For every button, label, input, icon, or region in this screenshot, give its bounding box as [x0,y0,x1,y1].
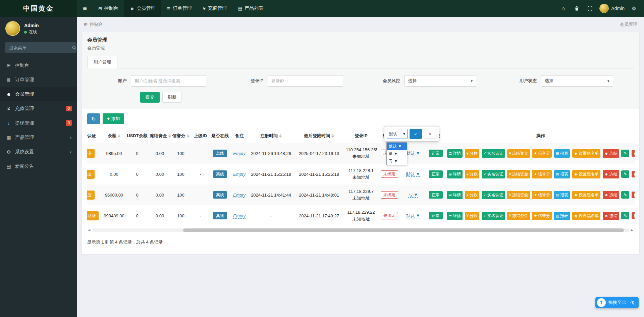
credit-score-button[interactable]: ★信誉分 [532,149,552,158]
win-lose-control-link[interactable]: 亏 ▼ [408,192,418,198]
nav-item-orders[interactable]: ≣订单管理 [161,0,198,17]
delete-button[interactable] [632,150,635,157]
scrollbar-thumb[interactable] [183,228,624,232]
sidebar-item-recharge[interactable]: ¥充值管理0 [0,101,77,116]
option-lose[interactable]: 亏 ▼ [387,157,407,165]
home-icon[interactable]: ⌂ [556,0,570,17]
sidebar-item-products[interactable]: ▦产品管理‹ [0,130,77,145]
sidebar-item-orders[interactable]: ≣订单管理 [0,72,77,87]
win-lose-control-link[interactable]: 默认 ▼ [406,213,420,218]
detail-button[interactable]: ≣详情 [447,170,463,178]
edit-button[interactable]: ✎ [621,150,629,157]
report-button[interactable]: ▤报表 [554,149,570,158]
detail-button[interactable]: ≣详情 [447,191,463,199]
option-win[interactable]: 赢 ▼ [387,150,407,157]
scroll-left-icon[interactable]: ◀ [87,228,91,232]
edit-button[interactable]: ✎ [621,212,629,219]
freeze-funds-button[interactable]: ¥冻结资金 [507,149,530,158]
user-status-select[interactable]: 选择 ▾ [541,75,613,87]
detail-button[interactable]: ≣详情 [447,149,463,158]
win-lose-control-link[interactable]: 默认 ▼ [406,151,420,156]
hamburger-icon[interactable]: ≡ [77,0,93,17]
note-editable[interactable]: Empty [233,151,246,156]
risk-select[interactable]: 选择 ▾ [404,75,476,87]
freeze-funds-button[interactable]: ¥冻结资金 [507,170,530,178]
realname-auth-button[interactable]: ✓实名认证 [482,191,505,199]
credit-score-button[interactable]: ★信誉分 [532,191,552,199]
tab-user-management[interactable]: 用户管理 [87,56,117,68]
delete-button[interactable] [632,212,635,219]
cancel-button[interactable]: × [424,129,436,139]
edit-button[interactable]: ✎ [621,170,629,178]
col-registered[interactable]: 注册时间 [249,129,293,143]
realname-auth-button[interactable]: ✓实名认证 [482,149,505,158]
avatar[interactable] [599,4,609,13]
sidebar-item-withdraw[interactable]: ↓提现管理0 [0,116,77,130]
submit-button[interactable]: 提交 [140,92,160,103]
credit-score-button[interactable]: ★信誉分 [532,212,552,220]
note-editable[interactable]: Empty [233,193,246,198]
score-button[interactable]: ¥分数 [465,191,479,199]
score-button[interactable]: ¥分数 [465,170,479,178]
note-editable[interactable]: Empty [233,172,246,177]
col-credit[interactable]: 信誉分 [171,129,191,143]
col-balance[interactable]: 余额 [102,129,126,143]
report-button[interactable]: ▤报表 [554,212,570,220]
realname-auth-button[interactable]: ✓实名认证 [482,170,505,178]
score-button[interactable]: ¥分数 [465,149,479,158]
account-search-input[interactable] [131,75,206,87]
report-button[interactable]: ▤报表 [554,170,570,178]
drag-upload-button[interactable]: ↥ 拖拽至此上传 [595,297,639,308]
blacklist-button[interactable]: ☻设置黑名单 [572,191,601,199]
nav-item-product-list[interactable]: ▤产品列表 [232,0,269,17]
credit-score-button[interactable]: ★信誉分 [532,170,552,178]
confirm-button[interactable]: ✓ [410,129,422,139]
freeze-button[interactable]: ☻冻结 [603,170,619,178]
option-default[interactable]: 默认 ▼ [387,143,407,150]
search-icon[interactable] [72,42,76,53]
col-last-login[interactable]: 最后登陆时间 [293,129,345,143]
note-editable[interactable]: Empty [233,213,246,219]
freeze-funds-button[interactable]: ¥冻结资金 [507,191,530,199]
auth-status-badge[interactable]: 未提交 [87,149,95,158]
win-lose-control-link[interactable]: 默认 ▼ [406,171,420,177]
control-select[interactable]: 默认 ▾ [387,129,408,139]
freeze-button[interactable]: ☻冻结 [603,212,619,220]
add-button[interactable]: + 添加 [103,113,124,124]
delete-button[interactable] [632,192,635,198]
trash-icon[interactable] [570,0,583,17]
sidebar-item-settings[interactable]: ⚙系统设置‹ [0,145,77,159]
edit-button[interactable]: ✎ [621,191,629,199]
sidebar-item-dashboard[interactable]: ⊞控制台 [0,58,77,72]
detail-button[interactable]: ≣详情 [447,212,463,220]
nav-item-recharge[interactable]: ¥充值管理 [198,0,232,17]
freeze-button[interactable]: ☻冻结 [603,149,619,158]
freeze-funds-button[interactable]: ¥冻结资金 [507,212,530,220]
login-ip-input[interactable] [268,75,343,87]
fullscreen-icon[interactable] [583,0,597,17]
auth-status-badge[interactable]: 实名认证 [87,211,99,220]
breadcrumb-left[interactable]: 控制台 [90,21,103,28]
refresh-button[interactable]: 刷新 [162,92,182,103]
nav-username[interactable]: Admin [611,6,625,11]
scrollbar-track[interactable] [92,228,629,232]
delete-button[interactable] [632,171,635,177]
auth-status-badge[interactable]: 未提交 [87,191,95,200]
col-frozen[interactable]: 冻结资金 [149,129,171,143]
freeze-button[interactable]: ☻冻结 [603,191,619,199]
scroll-right-icon[interactable]: ▶ [630,228,634,232]
report-button[interactable]: ▤报表 [554,191,570,199]
realname-auth-button[interactable]: ✓实名认证 [482,212,505,220]
sidebar-item-news[interactable]: ▤新闻公告 [0,159,77,173]
blacklist-button[interactable]: ☻设置黑名单 [572,212,601,220]
sidebar-item-members[interactable]: ☻会员管理 [0,87,77,101]
auth-status-badge[interactable]: 未提交 [87,170,95,179]
score-button[interactable]: ¥分数 [465,212,479,220]
menu-search-input[interactable] [5,42,72,53]
gear-icon[interactable]: ⚙ [627,0,641,17]
blacklist-button[interactable]: ☻设置黑名单 [572,170,601,178]
nav-item-dashboard[interactable]: ⊞控制台 [93,0,124,17]
blacklist-button[interactable]: ☻设置黑名单 [572,149,601,158]
nav-item-members[interactable]: ☻会员管理 [124,0,161,17]
refresh-icon[interactable]: ↻ [87,113,100,124]
